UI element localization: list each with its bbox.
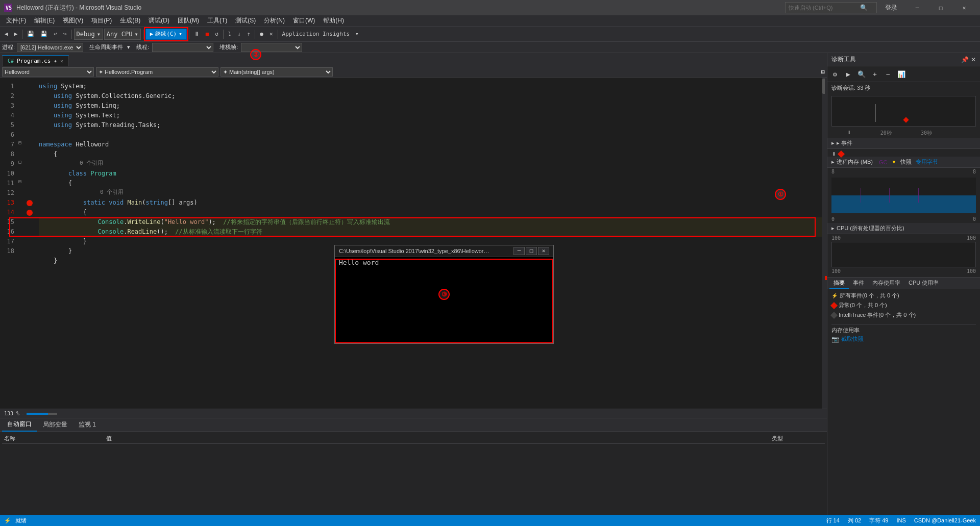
clear-all-button[interactable]: ✕: [267, 29, 276, 40]
close-panel-button[interactable]: ✕: [971, 56, 976, 63]
menu-project[interactable]: 项目(P): [87, 15, 116, 26]
settings-icon[interactable]: ⚙: [829, 68, 841, 80]
panel-controls: 📌 ✕: [961, 56, 976, 63]
bottom-panel: 自动窗口 局部变量 监视 1 名称 值 类型: [0, 418, 827, 515]
breakpoint-14[interactable]: [27, 210, 33, 216]
status-char: 字符 49: [869, 517, 888, 524]
save-button[interactable]: 💾: [24, 29, 37, 40]
sign-in[interactable]: 登录: [885, 4, 897, 12]
diag-tab-summary[interactable]: 摘要: [829, 278, 849, 289]
code-line-6: [39, 130, 822, 140]
menu-test[interactable]: 测试(S): [231, 15, 260, 26]
editor-scrollbar[interactable]: [822, 78, 827, 409]
step-over-button[interactable]: ⤵: [226, 29, 234, 40]
restore-button[interactable]: □: [929, 0, 952, 15]
diag-tab-cpu[interactable]: CPU 使用率: [904, 278, 943, 289]
events-section-header[interactable]: ▸ ▸ 事件: [827, 138, 980, 149]
zoom-bar: 133 % -: [0, 409, 827, 418]
restart-button[interactable]: ↺: [212, 29, 221, 40]
expand-icon[interactable]: ⊞: [821, 68, 825, 76]
menu-view[interactable]: 视图(V): [59, 15, 87, 26]
menu-edit[interactable]: 编辑(E): [30, 15, 59, 26]
console-minimize[interactable]: ─: [513, 247, 525, 255]
zoom-level[interactable]: 133 %: [4, 411, 19, 416]
process-bar: 进程: [6212] Helloword.exe 生命周期事件 ▾ 线程: 堆栈…: [0, 42, 980, 53]
timeline-label-pause: ⏸: [846, 130, 851, 137]
status-line: 行 14: [826, 517, 840, 524]
process-select[interactable]: [6212] Helloword.exe: [17, 43, 83, 52]
tab-close-button[interactable]: ✕: [60, 58, 63, 64]
continue-button[interactable]: ▶ 继续(C) ▾: [145, 29, 187, 40]
cpu-scale-bottom: 100 100: [827, 267, 980, 275]
redo-button[interactable]: ↪: [61, 29, 69, 40]
lifecycle-dropdown-icon[interactable]: ▾: [127, 44, 130, 51]
menu-analyze[interactable]: 分析(N): [260, 15, 289, 26]
cpu-section-header[interactable]: ▸ CPU (所有处理器的百分比): [827, 223, 980, 234]
tab-locals[interactable]: 局部变量: [38, 418, 72, 431]
snapshot-label: 快照: [900, 158, 912, 166]
chart-icon[interactable]: 📊: [896, 68, 907, 80]
pause-icon[interactable]: ⏸: [831, 151, 837, 157]
zoom-decrease[interactable]: -: [21, 411, 24, 416]
separator-7: [278, 30, 278, 39]
undo-button[interactable]: ↩: [51, 29, 60, 40]
quick-launch-input[interactable]: [789, 5, 860, 11]
zoom-in-icon[interactable]: +: [869, 68, 880, 80]
resume-icon[interactable]: ▶: [843, 68, 854, 80]
pin-icon[interactable]: 📌: [961, 56, 969, 63]
editor-tab-program[interactable]: C# Program.cs ✦ ✕: [2, 55, 69, 66]
menu-build[interactable]: 生成(B): [116, 15, 144, 26]
cpu-scale: 100 100: [827, 234, 980, 242]
menu-tools[interactable]: 工具(T): [203, 15, 231, 26]
code-lines[interactable]: using System; using System.Collections.G…: [35, 78, 822, 409]
method-dropdown[interactable]: ✦ Main(string[] args): [220, 67, 333, 77]
timeline-marker-event: [903, 117, 909, 122]
cpu-dropdown[interactable]: Any CPU ▾: [104, 29, 141, 40]
step-into-button[interactable]: ↓: [235, 29, 243, 40]
gc-label: GC: [879, 159, 888, 165]
console-restore[interactable]: □: [526, 247, 537, 255]
memory-section-header[interactable]: ▸ 进程内存 (MB) GC ▼ 快照 专用字节: [827, 157, 980, 168]
timeline-labels: ⏸ 20秒 30秒: [831, 129, 976, 138]
menu-help[interactable]: 帮助(H): [319, 15, 348, 26]
menu-file[interactable]: 文件(F): [2, 15, 30, 26]
search-diag-icon[interactable]: 🔍: [856, 68, 867, 80]
breakpoint-13[interactable]: [27, 200, 33, 206]
save-all-button[interactable]: 💾: [38, 29, 50, 40]
class-dropdown[interactable]: Helloword: [2, 67, 94, 77]
stop-button[interactable]: ■: [203, 29, 212, 40]
lifecycle-label[interactable]: 生命周期事件: [89, 43, 123, 51]
event-label-all: 所有事件(0 个，共 0 个): [840, 292, 899, 299]
menu-debug[interactable]: 调试(D): [144, 15, 174, 26]
diag-tab-memory[interactable]: 内存使用率: [868, 278, 904, 289]
app-insights-dropdown[interactable]: ▾: [353, 29, 361, 40]
tab-watch1[interactable]: 监视 1: [74, 418, 101, 431]
close-button[interactable]: ✕: [952, 0, 976, 15]
console-close[interactable]: ✕: [538, 247, 549, 255]
thread-select[interactable]: [152, 43, 213, 52]
forward-button[interactable]: ▶: [12, 29, 20, 40]
minimize-button[interactable]: ─: [905, 0, 929, 15]
event-item-exception: 异常(0 个，共 0 个): [831, 300, 976, 310]
diag-tab-events[interactable]: 事件: [849, 278, 868, 289]
code-line-12: {: [39, 208, 822, 217]
zoom-out-icon[interactable]: −: [883, 68, 894, 80]
menu-team[interactable]: 团队(M): [174, 15, 203, 26]
tab-auto[interactable]: 自动窗口: [2, 418, 37, 432]
cpu-title: CPU (所有处理器的百分比): [837, 224, 904, 232]
code-line-5: using System.Threading.Tasks;: [39, 120, 822, 130]
stack-select[interactable]: [241, 43, 302, 52]
zoom-slider[interactable]: [27, 413, 57, 415]
app-insights-label: Application Insights: [280, 31, 352, 37]
step-out-button[interactable]: ↑: [244, 29, 253, 40]
breakpoint-button[interactable]: ●: [257, 29, 266, 40]
debug-mode-dropdown[interactable]: Debug ▾: [74, 29, 103, 40]
back-button[interactable]: ◀: [2, 29, 11, 40]
code-editor[interactable]: 1 2 3 4 5 6 7 8 9 10 11 12 13 14 15 16 1: [0, 78, 827, 409]
pause-button[interactable]: ⏸: [191, 29, 202, 40]
take-snapshot[interactable]: 📷 截取快照: [831, 335, 976, 343]
class-dropdown2[interactable]: ✦ Helloword.Program: [96, 67, 218, 77]
snapshot-btn-label: 截取快照: [841, 335, 864, 343]
quick-launch[interactable]: 🔍: [785, 2, 877, 13]
menu-window[interactable]: 窗口(W): [289, 15, 319, 26]
